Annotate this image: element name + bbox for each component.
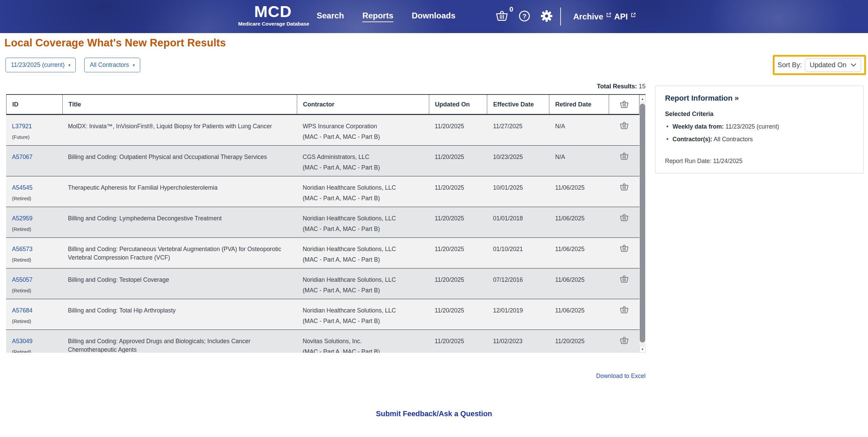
document-status: (Retired) (12, 287, 57, 295)
settings-button[interactable] (540, 10, 553, 24)
id-cell: A57067 (6, 146, 62, 176)
add-to-basket-button[interactable] (609, 176, 639, 207)
add-to-basket-button[interactable] (609, 207, 639, 237)
contractor-filter-value: All Contractors (90, 61, 129, 69)
table-scrollbar[interactable]: ▲ ▼ (639, 96, 646, 353)
document-status: (Retired) (12, 194, 57, 203)
sort-by-value: Updated On (810, 61, 847, 69)
help-button[interactable]: ? (519, 10, 530, 23)
scrollbar-up-button[interactable]: ▲ (639, 96, 646, 102)
contractor-filter-dropdown[interactable]: All Contractors ▾ (84, 58, 140, 72)
document-id-link[interactable]: A57067 (12, 153, 57, 161)
nav-downloads[interactable]: Downloads (412, 11, 455, 22)
sort-by-label: Sort By: (778, 61, 802, 69)
contractor-type: (MAC - Part A, MAC - Part B) (303, 194, 424, 203)
api-label: API (614, 12, 628, 21)
retired-date-cell: 11/06/2025 (549, 176, 609, 207)
contractor-type: (MAC - Part A, MAC - Part B) (303, 163, 424, 172)
sort-by-highlight: Sort By: Updated On (773, 55, 866, 75)
nav-reports[interactable]: Reports (362, 11, 393, 22)
add-to-basket-button[interactable] (609, 115, 639, 145)
retired-date-cell: 11/06/2025 (549, 207, 609, 237)
retired-date-cell: 11/06/2025 (549, 299, 609, 330)
scrollbar-thumb[interactable] (640, 104, 645, 343)
column-header-updated-on[interactable]: Updated On (429, 95, 487, 114)
contractor-cell: Noridian Healthcare Solutions, LLC (MAC … (297, 176, 429, 207)
table-row: A55057 (Retired) Billing and Coding: Tes… (6, 268, 639, 299)
criteria-item-weekly-data: Weekly data from: 11/23/2025 (current) (665, 122, 854, 131)
total-results-value: 15 (639, 83, 646, 90)
selected-criteria-heading: Selected Criteria (665, 111, 854, 118)
document-id-link[interactable]: A54545 (12, 184, 57, 192)
id-cell: A52959 (Retired) (6, 207, 62, 237)
title-cell: Billing and Coding: Lymphedema Decongest… (62, 207, 297, 237)
basket-icon (620, 336, 629, 345)
document-status: (Retired) (12, 348, 57, 353)
contractor-name: WPS Insurance Corporation (303, 122, 424, 131)
contractor-name: Noridian Healthcare Solutions, LLC (303, 214, 424, 223)
title-cell: Billing and Coding: Testopel Coverage (62, 268, 297, 299)
id-cell: A54545 (Retired) (6, 176, 62, 207)
results-table: ID Title Contractor Updated On Effective… (6, 94, 646, 353)
table-row: A52959 (Retired) Billing and Coding: Lym… (6, 207, 639, 238)
report-run-date: Report Run Date: 11/24/2025 (665, 158, 854, 165)
total-results-label: Total Results: (597, 83, 637, 90)
document-id-link[interactable]: A57684 (12, 306, 57, 315)
table-row: A57067 Billing and Coding: Outpatient Ph… (6, 146, 639, 176)
nav-search[interactable]: Search (317, 11, 344, 22)
title-cell: Billing and Coding: Outpatient Physical … (62, 146, 297, 176)
contractor-name: Novitas Solutions, Inc. (303, 337, 424, 346)
column-header-effective-date[interactable]: Effective Date (487, 95, 549, 114)
report-information-toggle[interactable]: Report Information » (665, 94, 854, 103)
effective-date-cell: 01/01/2018 (487, 207, 549, 237)
document-id-link[interactable]: A56573 (12, 245, 57, 253)
week-filter-dropdown[interactable]: 11/23/2025 (current) ▾ (5, 58, 76, 72)
scrollbar-down-button[interactable]: ▼ (639, 346, 646, 353)
criteria-item-contractors: Contractor(s): All Contractors (665, 135, 854, 143)
add-to-basket-button[interactable] (609, 330, 639, 353)
column-header-title[interactable]: Title (62, 95, 297, 114)
document-id-link[interactable]: A52959 (12, 214, 57, 223)
contractor-type: (MAC - Part A, MAC - Part B) (303, 348, 424, 353)
sort-by-select[interactable]: Updated On (805, 58, 861, 72)
column-header-retired-date[interactable]: Retired Date (549, 95, 609, 114)
contractor-name: Noridian Healthcare Solutions, LLC (303, 276, 424, 284)
contractor-type: (MAC - Part A, MAC - Part B) (303, 133, 424, 141)
column-header-id[interactable]: ID (6, 95, 62, 114)
caret-down-icon: ▾ (68, 63, 70, 67)
basket-icon (620, 244, 629, 252)
updated-on-cell: 11/20/2025 (429, 238, 487, 268)
basket-icon (620, 214, 629, 222)
add-to-basket-button[interactable] (609, 299, 639, 330)
download-to-excel-link[interactable]: Download to Excel (596, 373, 646, 380)
add-to-basket-button[interactable] (609, 268, 639, 299)
archive-label: Archive (573, 12, 603, 21)
document-id-link[interactable]: A55057 (12, 276, 57, 284)
archive-link[interactable]: Archive (573, 0, 611, 33)
basket-icon (620, 121, 629, 130)
mcd-logo[interactable]: MCD Medicare Coverage Database (238, 3, 308, 27)
id-cell: A53049 (Retired) (6, 330, 62, 353)
add-to-basket-button[interactable] (609, 146, 639, 176)
basket-icon (620, 183, 629, 191)
table-row: A53049 (Retired) Billing and Coding: App… (6, 330, 639, 353)
table-header-row: ID Title Contractor Updated On Effective… (6, 95, 639, 115)
add-to-basket-button[interactable] (609, 238, 639, 268)
document-id-link[interactable]: A53049 (12, 337, 57, 346)
submit-feedback-link[interactable]: Submit Feedback/Ask a Question (376, 410, 492, 418)
document-id-link[interactable]: L37921 (12, 122, 57, 131)
contractor-name: Noridian Healthcare Solutions, LLC (303, 306, 424, 315)
contractor-type: (MAC - Part A, MAC - Part B) (303, 286, 424, 295)
updated-on-cell: 11/20/2025 (429, 330, 487, 353)
basket-button[interactable]: 0 (495, 10, 508, 23)
filter-bar: 11/23/2025 (current) ▾ All Contractors ▾ (5, 58, 140, 72)
chevron-down-icon (851, 63, 856, 67)
id-cell: A57684 (Retired) (6, 299, 62, 330)
basket-icon (620, 275, 629, 283)
contractor-cell: WPS Insurance Corporation (MAC - Part A,… (297, 115, 429, 145)
column-header-contractor[interactable]: Contractor (297, 95, 429, 114)
document-status: (Retired) (12, 225, 57, 234)
api-link[interactable]: API (614, 0, 636, 33)
logo-subtitle: Medicare Coverage Database (238, 21, 308, 27)
updated-on-cell: 11/20/2025 (429, 268, 487, 299)
